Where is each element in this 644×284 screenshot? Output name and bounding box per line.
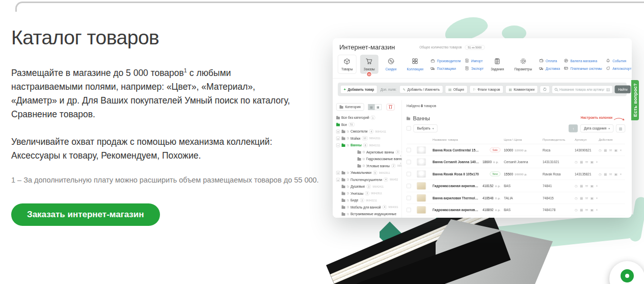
help-tab[interactable]: Есть вопрос? [631,80,639,120]
comment-icon[interactable]: ✉ [609,148,612,152]
grid-icon[interactable]: ▦ [580,196,583,200]
gear-icon[interactable] [347,192,350,195]
history-icon[interactable]: ◷ [575,208,578,212]
gear-icon[interactable] [347,213,350,216]
nav-link-producers[interactable]: Производители [431,59,461,63]
search-input[interactable] [559,88,604,92]
row-checkbox[interactable] [407,148,411,152]
gear-icon[interactable] [347,172,350,174]
table-row[interactable]: Ванна Cersanit Joanna 140x90 186000р. Ce… [407,156,625,168]
tree-item[interactable]: Все 51 [336,121,400,128]
gear-icon[interactable] [347,206,350,209]
delete-icon[interactable]: × [596,184,598,188]
comment-icon[interactable]: ✉ [585,208,588,212]
sort-direction-button[interactable]: ↑ [569,124,578,133]
tree-item[interactable]: Акриловые ванны 3 9664 [336,149,400,156]
comment-icon[interactable]: ✉ [585,184,588,188]
row-checkbox[interactable] [407,196,411,200]
gear-icon[interactable] [363,158,365,161]
copy-icon[interactable]: ▣ [614,148,618,152]
copy-icon[interactable]: ▣ [591,208,594,212]
delete-category-button[interactable] [386,104,394,110]
tree-item[interactable]: + Полотенцесушители 4 966452 [336,176,400,184]
filter-settings-button[interactable] [540,86,550,93]
history-icon[interactable]: ◷ [575,160,578,164]
nav-item-settings[interactable]: Параметры [511,55,535,73]
nav-tab-products[interactable]: Товары [338,55,356,74]
grid-icon[interactable]: ▦ [580,208,583,212]
gear-icon[interactable] [347,199,350,202]
add-product-button[interactable]: Добавить товар [340,85,378,94]
tree-item[interactable]: + Умывальники 9 96642911 [336,169,400,176]
common-fields-button[interactable]: ▤Общие [445,86,467,94]
table-row[interactable]: Ванна Ravak Rosa II 105x170 New 15500160… [407,168,625,180]
history-icon[interactable]: ◷ [599,148,602,152]
history-icon[interactable]: ◷ [575,196,578,200]
nav-link-payment[interactable]: Оплата [539,59,560,63]
gear-icon[interactable] [347,131,350,133]
delete-icon[interactable]: × [596,196,598,200]
nav-link-events[interactable]: События [606,59,631,63]
table-row[interactable]: Ванна акриловая Thermolux TALIA 4185480р… [407,192,625,204]
category-button[interactable]: Категория [336,104,364,111]
select-all-checkbox[interactable] [407,126,411,131]
tree-item[interactable]: Душевые 3 96642411 [336,183,400,190]
grid-icon[interactable]: ▦ [580,184,583,188]
row-checkbox[interactable] [407,184,411,188]
tree-item[interactable]: Унитазы 3 96642611 [336,190,400,197]
order-shop-button[interactable]: Заказать интернет-магазин [11,203,160,226]
nav-item-collections[interactable]: Коллекции [404,55,426,73]
add-edit-button[interactable]: ✎Добавить / Изменить [399,86,443,94]
expander-icon[interactable]: + [336,137,340,140]
gear-icon[interactable] [363,151,365,153]
nav-item-tasks[interactable]: Задания [488,55,507,73]
columns-button[interactable]: ▥ [616,124,625,133]
comment-icon[interactable]: ✉ [585,160,588,164]
expander-icon[interactable]: + [336,171,340,174]
expander-icon[interactable]: − [336,143,340,147]
comments-button[interactable]: ▤Комментарии [505,86,538,94]
nav-link-export[interactable]: Экспорт [465,66,484,71]
comment-icon[interactable]: ✉ [585,196,588,200]
panel-resize-handle[interactable]: ‹› [400,154,401,166]
gear-icon[interactable] [347,178,350,181]
nav-link-autoexport[interactable]: Автоэкспорт [606,66,631,71]
delete-icon[interactable]: × [620,172,622,176]
list-view-button[interactable]: ▤ [368,104,374,110]
table-row[interactable]: Гидромассажная акриловая Ванна BAS Ибица… [407,180,625,192]
history-icon[interactable]: ◷ [575,184,578,188]
expander-icon[interactable]: + [336,130,340,133]
copy-icon[interactable]: ▣ [591,160,594,164]
row-checkbox[interactable] [407,160,411,164]
copy-icon[interactable]: ▣ [591,196,594,200]
row-checkbox[interactable] [407,208,411,212]
delete-icon[interactable]: × [620,148,622,152]
grid-icon[interactable]: ▦ [604,148,607,152]
product-flags-button[interactable]: ⚐Флаги товаров [470,86,503,94]
copy-icon[interactable]: ▣ [591,184,594,188]
find-button[interactable]: Найти [615,86,631,94]
tree-item[interactable]: Встраиваемые индукционные [336,211,400,218]
sort-field-dropdown[interactable]: Дата создания [580,124,613,133]
delete-icon[interactable]: × [596,160,598,164]
nav-item-discounts[interactable]: Скидки [382,55,399,73]
table-row[interactable]: Ванна Roca Continental 150x70 Sale 10000… [407,144,625,157]
nav-link-delivery[interactable]: Доставка [539,66,560,71]
gear-icon[interactable] [347,137,350,140]
row-checkbox[interactable] [407,172,411,176]
gear-icon[interactable] [363,165,365,167]
tree-item[interactable]: Угловые ванны 2 96644 [336,163,400,170]
gear-icon[interactable] [347,186,350,188]
tree-item[interactable]: Все без категорий 1 [336,114,400,121]
history-icon[interactable]: ◷ [599,172,602,176]
tree-view-button[interactable]: ▦ [374,104,381,110]
nav-link-pay-systems[interactable]: Платежные системы [564,66,602,71]
chat-widget-button[interactable] [609,261,644,284]
tree-item[interactable]: Гидромассажные ванны [336,156,400,163]
tree-item[interactable]: − Ванны 8 96642211 [336,142,400,149]
select-dropdown[interactable]: Выбрать [414,124,438,133]
delete-icon[interactable]: × [596,208,598,212]
nav-link-suppliers[interactable]: Поставщики [431,66,461,71]
tree-item[interactable]: Мебель для ванной 4 9664301 [336,204,400,211]
gear-icon[interactable] [347,144,350,147]
